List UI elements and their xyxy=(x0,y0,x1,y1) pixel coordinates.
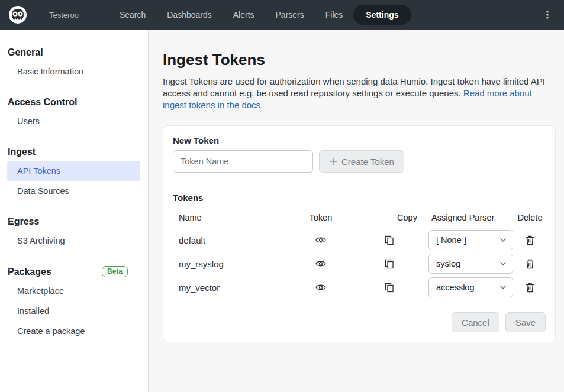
sidebar-heading-label: Egress xyxy=(8,216,39,227)
sidebar-item-data-sources[interactable]: Data Sources xyxy=(0,181,148,201)
token-name-input[interactable] xyxy=(173,150,313,173)
tokens-table-header: Name Token Copy Assigned Parser Delete xyxy=(173,213,546,228)
cancel-button[interactable]: Cancel xyxy=(452,312,499,332)
assigned-parser-select[interactable]: [ None ] xyxy=(428,230,513,250)
header-name: Name xyxy=(173,213,291,222)
trash-icon[interactable] xyxy=(524,234,536,247)
chevron-down-icon xyxy=(499,261,507,266)
tokens-label: Tokens xyxy=(173,193,546,203)
table-row-default: default [ None ] xyxy=(173,228,546,252)
card-footer: Cancel Save xyxy=(173,312,546,332)
topbar-divider xyxy=(37,9,37,21)
nav-item-search[interactable]: Search xyxy=(109,5,156,24)
header-assigned-parser: Assigned Parser xyxy=(428,213,513,222)
tokens-table: Name Token Copy Assigned Parser Delete d… xyxy=(173,213,546,299)
new-token-row: Create Token xyxy=(173,150,546,173)
sidebar-heading-general: General xyxy=(0,45,148,60)
top-navigation-bar: Testeroo Search Dashboards Alerts Parser… xyxy=(0,0,564,30)
sidebar-item-s3-archiving[interactable]: S3 Archiving xyxy=(0,231,148,251)
humio-owl-logo[interactable] xyxy=(8,5,27,24)
eye-icon[interactable] xyxy=(314,235,327,245)
repository-name[interactable]: Testeroo xyxy=(47,11,81,20)
chevron-down-icon xyxy=(499,238,507,242)
assigned-parser-select[interactable]: accesslog xyxy=(428,277,513,297)
page-description: Ingest Tokens are used for authorization… xyxy=(163,76,556,111)
humio-owl-logo-svg xyxy=(8,5,27,24)
save-button[interactable]: Save xyxy=(505,312,546,332)
main-content: Ingest Tokens Ingest Tokens are used for… xyxy=(149,30,564,392)
kebab-menu-icon[interactable] xyxy=(539,6,556,24)
tokens-table-body: default [ None ] xyxy=(173,228,546,299)
parser-cell: [ None ] xyxy=(428,230,513,250)
header-delete: Delete xyxy=(518,213,543,222)
chevron-down-icon xyxy=(499,285,507,290)
copy-icon[interactable] xyxy=(350,281,428,294)
sidebar-heading-label: Access Control xyxy=(8,97,77,108)
beta-badge: Beta xyxy=(102,266,128,277)
create-token-label: Create Token xyxy=(341,157,394,167)
table-row-my-vector: my_vector accesslog xyxy=(173,276,546,299)
sidebar-section-egress: Egress S3 Archiving xyxy=(0,214,148,251)
selected-parser: accesslog xyxy=(436,283,474,292)
sidebar-item-api-tokens[interactable]: API Tokens xyxy=(7,161,140,181)
page-title: Ingest Tokens xyxy=(163,51,556,69)
create-token-button[interactable]: Create Token xyxy=(319,150,404,173)
sidebar-heading-ingest: Ingest xyxy=(0,144,148,160)
parser-cell: syslog xyxy=(428,254,513,274)
sidebar-item-marketplace[interactable]: Marketplace xyxy=(0,281,148,301)
nav-item-parsers[interactable]: Parsers xyxy=(265,5,315,24)
sidebar-heading-label: General xyxy=(8,47,43,58)
primary-nav: Search Dashboards Alerts Parsers Files S… xyxy=(109,5,411,25)
token-name: default xyxy=(173,235,291,245)
plus-icon xyxy=(329,157,337,166)
sidebar-heading-label: Packages xyxy=(8,267,51,277)
selected-parser: syslog xyxy=(436,259,460,268)
selected-parser: [ None ] xyxy=(436,235,466,245)
sidebar-item-users[interactable]: Users xyxy=(0,111,148,131)
sidebar-heading-packages: Packages Beta xyxy=(0,264,148,280)
ingest-tokens-card: New Token Create Token Tokens Name Token… xyxy=(163,125,556,342)
nav-item-files[interactable]: Files xyxy=(315,5,354,24)
token-name: my_vector xyxy=(173,283,291,293)
sidebar-item-create-a-package[interactable]: Create a package xyxy=(0,321,148,341)
sidebar-heading-egress: Egress xyxy=(0,214,148,229)
sidebar-item-basic-information[interactable]: Basic Information xyxy=(0,61,148,82)
sidebar-section-access-control: Access Control Users xyxy=(0,95,148,131)
copy-icon[interactable] xyxy=(350,258,428,270)
copy-icon[interactable] xyxy=(350,234,428,247)
eye-icon[interactable] xyxy=(314,282,327,293)
sidebar-item-installed[interactable]: Installed xyxy=(0,301,148,321)
header-token: Token xyxy=(310,213,333,222)
new-token-label: New Token xyxy=(173,135,546,145)
nav-item-alerts[interactable]: Alerts xyxy=(223,5,265,24)
page-body: General Basic Information Access Control… xyxy=(0,30,564,392)
sidebar-section-ingest: Ingest API Tokens Data Sources xyxy=(0,144,148,201)
sidebar-section-packages: Packages Beta Marketplace Installed Crea… xyxy=(0,264,148,341)
table-row-my-rsyslog: my_rsyslog syslog xyxy=(173,252,546,276)
header-copy: Copy xyxy=(350,213,428,222)
trash-icon[interactable] xyxy=(524,281,536,294)
parser-cell: accesslog xyxy=(428,277,513,297)
topbar-divider xyxy=(91,9,91,21)
sidebar-heading-access-control: Access Control xyxy=(0,95,148,110)
trash-icon[interactable] xyxy=(524,258,536,270)
nav-item-dashboards[interactable]: Dashboards xyxy=(156,5,223,24)
token-name: my_rsyslog xyxy=(173,259,291,269)
nav-item-settings[interactable]: Settings xyxy=(353,5,411,25)
eye-icon[interactable] xyxy=(314,258,327,269)
sidebar-heading-label: Ingest xyxy=(8,147,36,157)
assigned-parser-select[interactable]: syslog xyxy=(428,254,513,274)
settings-sidebar: General Basic Information Access Control… xyxy=(0,30,149,392)
sidebar-section-general: General Basic Information xyxy=(0,45,148,82)
